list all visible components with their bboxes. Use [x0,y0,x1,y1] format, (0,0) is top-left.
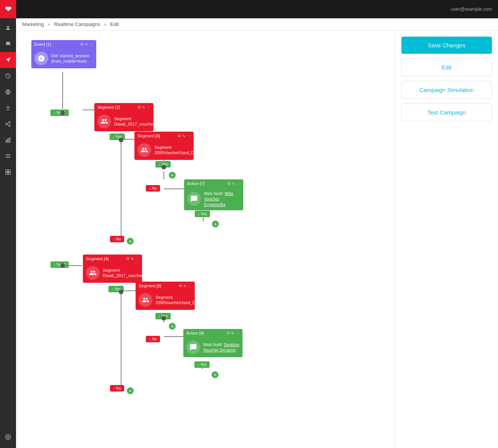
segment6-text: Segment: 2000VoucherUsed_Diwali_Seg [154,145,212,156]
sidebar-icon-upload[interactable] [0,100,16,116]
segment8-icons: ⧉ ✎ ⋮ [179,284,192,288]
flow-canvas[interactable]: Event [1] ⧉ ✎ ⋮ Did: started_session (fr… [16,31,395,448]
add-btn-action9[interactable]: + [212,371,218,378]
seg8-copy-icon[interactable]: ⧉ [179,284,182,288]
action7-link[interactable]: Mlite Voucher DynamicBa [204,191,233,207]
yes2-label[interactable]: ↓ Yes 2 [50,261,69,268]
action9-link[interactable]: Desktop Voucher Dynamic [203,342,239,352]
action9-node: Action [9] ⧉ ✎ ⋮ Web Notif: Desktop Vouc… [183,329,243,357]
action9-copy-icon[interactable]: ⧉ [227,331,230,335]
no-seg2-badge[interactable]: ↓ No [110,235,124,242]
yes1-label[interactable]: ↓ Yes 1 [50,110,69,116]
seg2-copy-icon[interactable]: ⧉ [138,105,141,110]
add-btn-seg2-no[interactable]: + [127,238,134,245]
event-edit-icon[interactable]: ✎ [85,42,88,47]
add-btn-action7[interactable]: + [212,221,219,227]
segment2-node: Segment [2] ⧉ ✎ ⋮ Segment: Diwali_2017_v… [94,103,154,131]
event-node-header: Event [1] ⧉ ✎ ⋮ [31,40,96,48]
add-button-seg4-no[interactable]: + [127,387,134,394]
segment6-header: Segment [6] ⧉ ✎ ⋮ [134,132,194,140]
seg8-more-icon[interactable]: ⋮ [188,284,192,288]
no-seg4-label[interactable]: ↓ No [110,385,124,392]
test-button[interactable]: Test Campaign [401,103,492,121]
seg4-more-icon[interactable]: ⋮ [135,257,139,261]
action7-node: Action [7] ⧉ ✎ ⋮ Web Notif: Mlite Vouche… [184,179,243,210]
event-node-icons: ⧉ ✎ ⋮ [81,42,93,47]
user-label: user@example.com [451,6,492,12]
seg6-copy-icon[interactable]: ⧉ [178,134,181,138]
add-button-action9[interactable]: + [212,371,218,378]
svg-point-3 [9,121,10,123]
yes-action9-label[interactable]: ↓ Yes [194,361,210,368]
no-seg6-badge[interactable]: ↓ No [146,184,160,192]
sidebar-icon-chart[interactable] [0,132,16,148]
segment4-header: Segment [4] ⧉ ✎ ⋮ [83,255,142,263]
action7-body: Web Notif: Mlite Voucher DynamicBa [184,188,243,210]
yes1-badge[interactable]: ↓ Yes 1 [50,109,69,116]
event-more-icon[interactable]: ⋮ [89,42,93,47]
no-seg6-label[interactable]: ↓ No [146,185,160,192]
no-seg4-badge[interactable]: ↓ No [110,384,124,392]
seg8-edit-icon[interactable]: ✎ [183,284,186,288]
add-button-seg8[interactable]: + [169,323,176,330]
sidebar-icon-list[interactable] [0,148,16,164]
breadcrumb-sep2: » [104,21,107,27]
no-seg2-label[interactable]: ↓ No [110,236,124,242]
breadcrumb-current: Edit [110,21,119,27]
yes-action7-label[interactable]: ↓ Yes [195,211,210,217]
yes-action9-badge[interactable]: ↓ Yes [194,361,210,368]
edit-button[interactable]: Edit [401,58,492,76]
seg6-edit-icon[interactable]: ✎ [182,134,185,138]
save-button[interactable]: Save Changes [401,37,492,54]
breadcrumb-campaigns[interactable]: Realtime Campaigns [54,21,100,27]
seg6-more-icon[interactable]: ⋮ [187,134,191,138]
add-btn-seg6-yes[interactable]: + [169,172,176,179]
event-copy-icon[interactable]: ⧉ [81,42,83,47]
svg-point-5 [9,125,10,127]
seg2-edit-icon[interactable]: ✎ [142,105,145,110]
add-button-seg6[interactable]: + [169,172,176,179]
add-btn-seg4-no[interactable]: + [127,387,134,394]
add-button-action7[interactable]: + [212,221,219,227]
app-logo: ❤ [0,0,16,18]
action9-edit-icon[interactable]: ✎ [231,331,234,335]
action7-icons: ⧉ ✎ ⋮ [228,181,240,186]
right-panel: Save Changes Edit Campaign Simulation Te… [395,31,498,448]
add-button-seg2-no[interactable]: + [127,238,134,245]
seg4-copy-icon[interactable]: ⧉ [126,256,129,261]
sidebar-icon-share[interactable] [0,116,16,132]
sidebar-icon-user[interactable] [0,20,16,36]
sidebar-icon-campaigns[interactable] [0,52,16,68]
action7-copy-icon[interactable]: ⧉ [228,181,230,186]
yes2-badge[interactable]: ↓ Yes 2 [50,261,69,268]
action7-edit-icon[interactable]: ✎ [232,182,235,186]
sidebar-icon-pages[interactable] [0,164,16,180]
segment4-icon [86,266,100,280]
segment8-icon [139,293,152,307]
breadcrumb-marketing[interactable]: Marketing [22,21,44,27]
yes-action7-badge[interactable]: ↓ Yes [195,210,210,217]
no-seg8-label[interactable]: ↓ No [146,336,160,342]
sidebar-icon-settings[interactable] [0,429,16,445]
sidebar-icon-history[interactable] [0,68,16,84]
topbar: user@example.com [16,0,498,18]
simulation-button[interactable]: Campaign Simulation [401,81,492,99]
segment2-icon [97,114,111,128]
svg-point-4 [6,123,7,125]
breadcrumb-sep1: » [48,21,50,27]
sidebar-icon-globe[interactable] [0,84,16,100]
action9-more-icon[interactable]: ⋮ [236,331,239,335]
sidebar-icon-chat[interactable] [0,36,16,52]
breadcrumb: Marketing » Realtime Campaigns » Edit [16,18,498,31]
junction-dot-2 [119,138,123,142]
segment6-icons: ⧉ ✎ ⋮ [178,134,191,138]
svg-rect-12 [8,172,10,174]
seg2-more-icon[interactable]: ⋮ [147,105,150,110]
no-seg8-badge[interactable]: ↓ No [146,335,160,342]
svg-rect-7 [8,139,9,142]
seg4-edit-icon[interactable]: ✎ [131,257,134,261]
action7-more-icon[interactable]: ⋮ [236,182,240,186]
segment6-node: Segment [6] ⧉ ✎ ⋮ Segment: 2000VoucherUs… [134,132,194,160]
event-node-icon [34,52,48,65]
add-btn-seg8-yes[interactable]: + [169,323,176,330]
